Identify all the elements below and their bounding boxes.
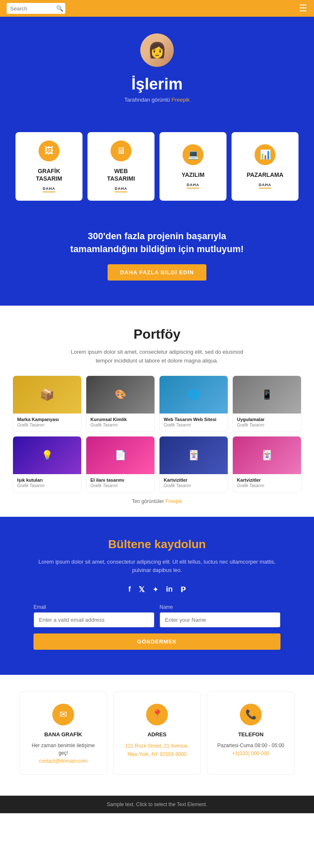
promo-section: 300'den fazla projenin başarıylatamamlan… (0, 217, 314, 306)
name-group: Name (160, 604, 281, 628)
contact-card-email: ✉ BANA GRAFİK Her zaman benimle iletişim… (19, 692, 107, 775)
grafik-title: GRAFİKTASARIM (36, 167, 62, 182)
email-contact-icon: ✉ (52, 704, 74, 725)
hamburger-menu[interactable]: ☰ (299, 3, 307, 14)
hero-subtitle: Tarafından görüntü Freepik (8, 97, 306, 103)
portfolio-item-8-cat: Grafik Tasarım (237, 483, 297, 488)
service-card-pazarlama: 📊 PAZARLAMA DAHA (232, 132, 299, 201)
portfolio-item-5-name: Işık kutuları (17, 477, 77, 483)
portfolio-footer: Ten görüntüler Freepik (13, 498, 301, 504)
contact-phone-link[interactable]: +1(333) 000-000 (232, 751, 269, 756)
submit-button[interactable]: GÖNDERMEK (33, 633, 281, 650)
search-icon: 🔍 (56, 5, 63, 12)
email-group: Email (33, 604, 154, 628)
social-icons: f 𝕏 ✦ in 𝗣 (33, 585, 281, 594)
grafik-icon: 🖼 (39, 140, 59, 161)
portfolio-item-7-cat: Grafik Tasarım (164, 483, 224, 488)
phone-contact-icon: 📞 (240, 704, 262, 725)
newsletter-section: Bültene kaydolun Lorem ipsum dolor sit a… (0, 517, 314, 675)
freepik-link[interactable]: Freepik (172, 97, 190, 103)
twitter-icon[interactable]: 𝕏 (139, 585, 145, 594)
footer: Sample text. Click to select the Text El… (0, 796, 314, 813)
service-card-web: 🖥 WEBTASARIMI DAHA (88, 132, 154, 201)
portfolio-item-1-name: Marka Kampanyası (17, 417, 77, 422)
yazilim-daha[interactable]: DAHA (187, 183, 199, 189)
yazilim-icon: 💻 (183, 144, 203, 165)
yazilim-title: YAZILIM (182, 171, 205, 179)
contact-email-text: Her zaman benimle iletişime geç! (26, 742, 100, 757)
hero-section: 👩 İşlerim Tarafından görüntü Freepik (0, 17, 314, 124)
web-daha[interactable]: DAHA (115, 186, 127, 192)
linkedin-icon[interactable]: in (166, 585, 173, 594)
portfolio-item-4-name: Uygulamalar (237, 417, 297, 422)
instagram-icon[interactable]: ✦ (152, 585, 159, 594)
pazarlama-icon: 📊 (255, 144, 275, 165)
name-label: Name (160, 604, 281, 610)
learn-more-button[interactable]: DAHA FAZLA BİLGİ EDİN (108, 264, 206, 281)
email-input[interactable] (33, 612, 154, 628)
freepik-portfolio-link[interactable]: Freepik (165, 498, 182, 504)
portfolio-item-2-name: Kurumsal Kimlik (90, 417, 150, 422)
search-box[interactable]: 🔍 (7, 3, 65, 14)
contact-phone-text: Pazartesi-Cuma 08:00 - 05:00 (214, 742, 288, 749)
web-icon: 🖥 (111, 140, 131, 161)
facebook-icon[interactable]: f (129, 585, 131, 594)
portfolio-item-6-cat: Grafik Tasarım (90, 483, 150, 488)
newsletter-desc: Lorem ipsum dolor sit amet, consectetur … (33, 558, 281, 575)
web-title: WEBTASARIMI (107, 167, 135, 182)
contact-address-link[interactable]: 121 Rock Street, 21 Avenue,New York, NY … (125, 743, 189, 757)
portfolio-item-5: 💡 Işık kutuları Grafik Tasarım (13, 436, 82, 493)
portfolio-item-4: 📱 Uygulamalar Grafik Tasarım (232, 375, 301, 432)
portfolio-item-7-name: Kartvizitler (164, 477, 224, 483)
portfolio-desc: Lorem ipsum dolor sit amet, consectetur … (69, 348, 245, 365)
pinterest-icon[interactable]: 𝗣 (180, 585, 186, 594)
avatar: 👩 (140, 33, 174, 67)
email-label: Email (33, 604, 154, 610)
service-card-yazilim: 💻 YAZILIM DAHA (160, 132, 226, 201)
portfolio-item-5-cat: Grafik Tasarım (17, 483, 77, 488)
newsletter-form-row: Email Name (33, 604, 281, 628)
pazarlama-title: PAZARLAMA (247, 171, 283, 179)
contact-card-address: 📍 ADRES 121 Rock Street, 21 Avenue,New Y… (113, 692, 201, 775)
contact-email-title: BANA GRAFİK (26, 731, 100, 738)
contact-phone-title: TELEFON (214, 731, 288, 738)
portfolio-item-7: 🃏 Kartvizitler Grafik Tasarım (159, 436, 228, 493)
search-input[interactable] (10, 5, 56, 12)
portfolio-section: Portföy Lorem ipsum dolor sit amet, cons… (0, 306, 314, 517)
header: 🔍 ☰ (0, 0, 314, 17)
portfolio-item-8-name: Kartvizitler (237, 477, 297, 483)
footer-text: Sample text. Click to select the Text El… (107, 802, 207, 807)
portfolio-item-1: 📦 Marka Kampanyası Grafik Tasarım (13, 375, 82, 432)
portfolio-grid-top: 📦 Marka Kampanyası Grafik Tasarım 🎨 Kuru… (13, 375, 301, 432)
portfolio-item-3: 🌐 Web Tasarım Web Sitesi Grafik Tasarım (159, 375, 228, 432)
portfolio-item-2-cat: Grafik Tasarım (90, 423, 150, 427)
contact-email-link[interactable]: contact@domain.com (39, 758, 88, 764)
portfolio-title: Portföy (13, 327, 301, 342)
pazarlama-daha[interactable]: DAHA (259, 183, 271, 189)
promo-text: 300'den fazla projenin başarıylatamamlan… (25, 230, 289, 256)
contact-section: ✉ BANA GRAFİK Her zaman benimle iletişim… (0, 675, 314, 796)
hero-title: İşlerim (8, 75, 306, 93)
contact-address-title: ADRES (120, 731, 194, 738)
portfolio-item-8: 🃏 Kartvizitler Grafik Tasarım (232, 436, 301, 493)
address-contact-icon: 📍 (146, 704, 168, 725)
portfolio-item-1-cat: Grafik Tasarım (17, 423, 77, 427)
portfolio-item-6-name: El ilanı tasarımı (90, 477, 150, 483)
portfolio-item-4-cat: Grafik Tasarım (237, 423, 297, 427)
portfolio-grid-bottom: 💡 Işık kutuları Grafik Tasarım 📄 El ilan… (13, 436, 301, 493)
contact-card-phone: 📞 TELEFON Pazartesi-Cuma 08:00 - 05:00 +… (207, 692, 295, 775)
portfolio-item-2: 🎨 Kurumsal Kimlik Grafik Tasarım (86, 375, 155, 432)
name-input[interactable] (160, 612, 281, 628)
portfolio-item-3-name: Web Tasarım Web Sitesi (164, 417, 224, 422)
service-card-grafik: 🖼 GRAFİKTASARIM DAHA (15, 132, 82, 201)
avatar-image: 👩 (140, 33, 174, 67)
grafik-daha[interactable]: DAHA (43, 186, 55, 192)
newsletter-title: Bültene kaydolun (33, 538, 281, 551)
portfolio-item-3-cat: Grafik Tasarım (164, 423, 224, 427)
portfolio-item-6: 📄 El ilanı tasarımı Grafik Tasarım (86, 436, 155, 493)
services-section: 🖼 GRAFİKTASARIM DAHA 🖥 WEBTASARIMI DAHA … (0, 124, 314, 217)
